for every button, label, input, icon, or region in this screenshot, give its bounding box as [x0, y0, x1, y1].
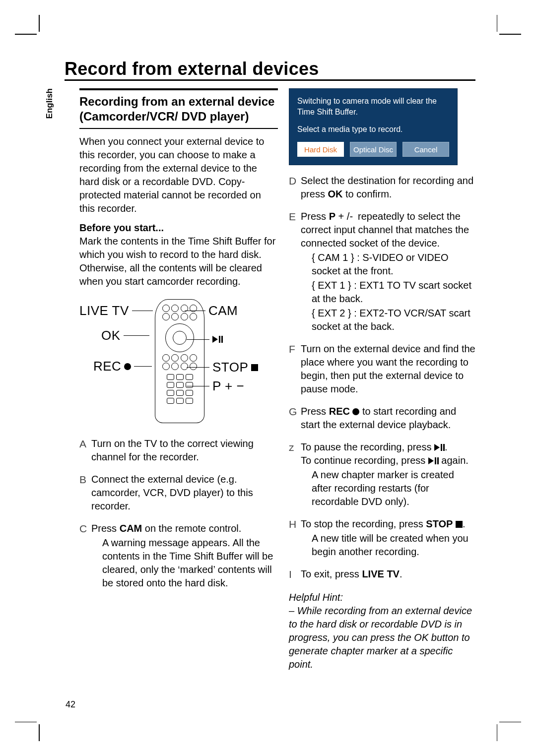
- step-H-note: A new title will be created when you beg…: [312, 532, 475, 559]
- step-G-text: Press REC to start recording and start t…: [301, 406, 456, 430]
- diagram-label-ok: OK: [101, 327, 121, 344]
- step-D-text: Select the destination for recording and…: [301, 175, 473, 199]
- record-icon: [124, 363, 131, 370]
- play-pause-icon: [428, 457, 439, 464]
- step-H: HTo stop the recording, press STOP . A n…: [289, 517, 475, 559]
- dialog-prompt: Select a media type to record.: [297, 124, 449, 135]
- step-z: zTo pause the recording, press .To conti…: [289, 441, 475, 508]
- step-C: CPress CAM on the remote control. A warn…: [79, 522, 278, 590]
- intro-paragraph: When you connect your external device to…: [79, 135, 278, 215]
- before-label: Before you start...: [79, 222, 164, 233]
- step-E-option: { EXT 1 } : EXT1 TO TV scart socket at t…: [312, 279, 475, 306]
- page-number: 42: [66, 698, 75, 710]
- media-type-dialog: Switching to camera mode will clear the …: [289, 88, 458, 165]
- crop-mark: [497, 724, 498, 741]
- hard-disk-button[interactable]: Hard Disk: [297, 142, 344, 157]
- remote-outline: [155, 299, 204, 423]
- step-E-text: Press P + /- repeatedly to select the co…: [301, 211, 469, 249]
- crop-mark: [15, 722, 37, 723]
- stop-icon: [456, 521, 463, 528]
- diagram-label-cam: CAM: [208, 302, 238, 319]
- step-F-text: Turn on the external device and find the…: [301, 343, 475, 394]
- play-pause-icon: [434, 444, 445, 451]
- step-D: DSelect the destination for recording an…: [289, 174, 475, 201]
- step-C-note: A warning message appears. All the conte…: [102, 536, 278, 590]
- crop-mark: [39, 724, 40, 741]
- step-E-option: { EXT 2 } : EXT2-TO VCR/SAT scart socket…: [312, 307, 475, 333]
- step-E: EPress P + /- repeatedly to select the c…: [289, 210, 475, 333]
- diagram-label-p: P + −: [212, 378, 244, 395]
- step-B-text: Connect the external device (e.g. camcor…: [91, 474, 253, 511]
- title-rule: [65, 79, 475, 81]
- stop-icon: [251, 364, 258, 371]
- crop-mark: [497, 15, 498, 32]
- diagram-label-stop: STOP: [212, 359, 248, 376]
- rule: [79, 88, 278, 90]
- dialog-message: Switching to camera mode will clear the …: [297, 96, 449, 118]
- step-B: BConnect the external device (e.g. camco…: [79, 473, 278, 513]
- play-pause-icon: [212, 336, 223, 343]
- crop-mark: [39, 15, 40, 32]
- step-H-text: To stop the recording, press STOP .: [301, 518, 466, 529]
- remote-diagram: LIVE TV OK REC CAM STOP: [79, 299, 278, 428]
- step-E-option: { CAM 1 } : S-VIDEO or VIDEO socket at t…: [312, 251, 475, 278]
- page-title: Record from external devices: [65, 57, 319, 81]
- diagram-label-livetv: LIVE TV: [79, 302, 129, 319]
- step-G: GPress REC to start recording and start …: [289, 405, 475, 432]
- optical-disc-button[interactable]: Optical Disc: [350, 142, 397, 157]
- language-tab: English: [44, 88, 56, 119]
- step-I: ITo exit, press LIVE TV.: [289, 567, 475, 581]
- crop-mark: [499, 34, 521, 35]
- hint-text: – While recording from an external devic…: [289, 604, 475, 671]
- rule: [79, 128, 278, 129]
- diagram-label-rec: REC: [93, 358, 121, 375]
- cancel-button[interactable]: Cancel: [402, 142, 449, 157]
- crop-mark: [499, 722, 521, 723]
- record-icon: [352, 408, 359, 415]
- step-C-text: Press CAM on the remote control.: [91, 523, 241, 534]
- step-z-note: A new chapter marker is created after re…: [312, 468, 475, 508]
- step-z-text: To pause the recording, press .To contin…: [301, 441, 469, 466]
- crop-mark: [15, 34, 37, 35]
- step-A: ATurn on the TV to the correct viewing c…: [79, 437, 278, 464]
- step-A-text: Turn on the TV to the correct viewing ch…: [91, 438, 254, 462]
- section-heading: Recording from an external device (Camco…: [79, 94, 278, 124]
- step-I-text: To exit, press LIVE TV.: [301, 568, 402, 579]
- hint-title: Helpful Hint:: [289, 591, 475, 604]
- before-text: Mark the contents in the Time Shift Buff…: [79, 236, 275, 287]
- step-F: FTurn on the external device and find th…: [289, 342, 475, 396]
